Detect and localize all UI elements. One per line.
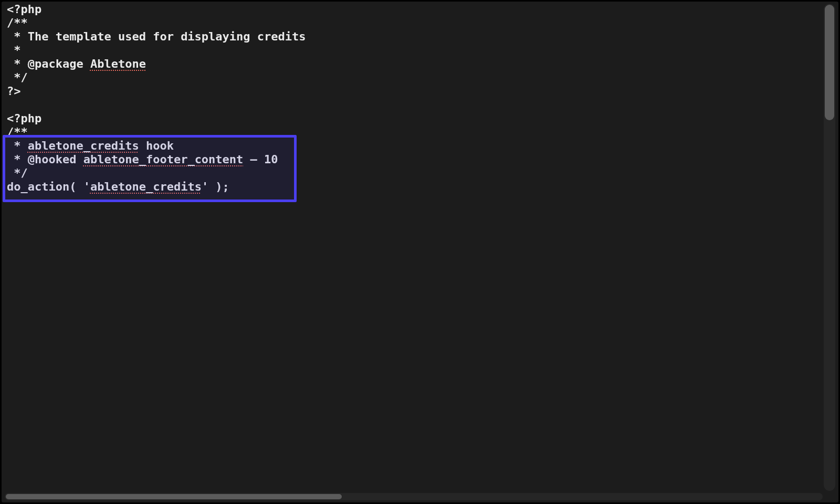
code-text: */ [7,71,28,84]
code-text: ' ); [202,180,229,193]
horizontal-scrollbar[interactable] [5,493,823,500]
code-text: <?php [7,112,41,125]
code-line[interactable]: * @hooked abletone_footer_content – 10 [7,153,820,166]
code-line[interactable]: */ [7,166,820,180]
code-text: * @package [7,57,90,70]
spell-error-word: abletone_footer_content [83,153,244,166]
code-line[interactable]: * [7,44,820,57]
code-line[interactable]: /** [7,16,820,30]
code-text: * @hooked [7,153,83,166]
vertical-scroll-thumb[interactable] [825,5,834,120]
code-text: /** [7,125,28,139]
vertical-scrollbar[interactable] [824,4,835,491]
code-line[interactable]: <?php [7,3,820,16]
spell-error-word: Abletone [90,57,146,70]
code-line[interactable]: do_action( 'abletone_credits' ); [7,180,820,194]
code-text: – 10 [243,153,278,166]
code-line[interactable]: * @package Abletone [7,57,820,71]
code-line[interactable]: <?php [7,112,820,125]
code-text: */ [7,166,28,180]
code-text: * [7,139,28,152]
spell-error-word: abletone_credits [28,139,139,152]
horizontal-scroll-thumb[interactable] [6,494,342,499]
code-text: do_action( ' [7,180,90,193]
code-line[interactable]: * The template used for displaying credi… [7,30,820,44]
code-line[interactable]: * abletone_credits hook [7,139,820,153]
code-text: <?php [7,3,41,16]
code-text: * The template used for displaying credi… [7,30,306,43]
code-text: hook [139,139,174,152]
code-text: * [7,44,21,57]
code-area[interactable]: <?php/** * The template used for display… [7,3,820,492]
code-line[interactable]: ?> [7,85,820,98]
spell-error-word: abletone_credits [90,180,202,193]
editor-window: <?php/** * The template used for display… [0,0,840,504]
code-line[interactable] [7,98,820,112]
code-text: /** [7,16,28,29]
code-line[interactable]: /** [7,125,820,139]
code-text: ?> [7,85,21,98]
code-line[interactable]: */ [7,71,820,85]
